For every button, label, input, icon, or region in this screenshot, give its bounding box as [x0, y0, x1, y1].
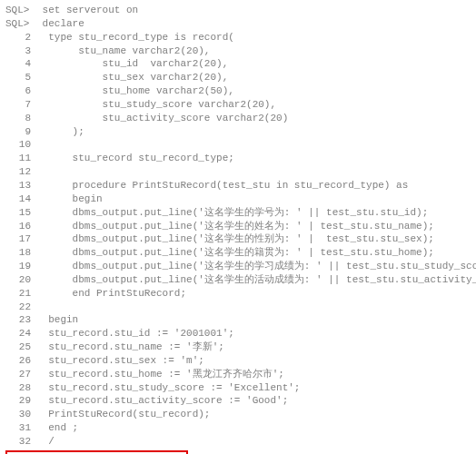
line-number: 9: [5, 125, 36, 139]
line-number: 31: [5, 421, 36, 435]
code-text: stu_record.stu_activity_score := 'Good';: [36, 394, 288, 408]
code-text: dbms_output.put_line('这名学生的性别为: ' | test…: [36, 232, 434, 246]
line-number: 19: [5, 260, 36, 273]
code-line: 6 stu_home varchar2(50),: [5, 84, 471, 98]
line-number: 14: [5, 192, 36, 206]
line-number: 2: [5, 31, 36, 44]
line-number: 3: [5, 44, 36, 58]
code-line: 5 stu_sex varchar2(20),: [5, 71, 471, 84]
code-text: dbms_output.put_line('这名学生的姓名为: ' | test…: [36, 220, 434, 233]
code-text: begin: [36, 192, 103, 206]
code-line: 21 end PrintStuRecord;: [5, 287, 471, 301]
line-number: 12: [5, 165, 36, 179]
line-number: 29: [5, 394, 36, 408]
code-line: 3 stu_name varchar2(20),: [5, 44, 471, 58]
code-line: 28 stu_record.stu_study_score := 'Excell…: [5, 381, 471, 395]
code-text: PrintStuRecord(stu_record);: [36, 408, 210, 421]
code-line: 25 stu_record.stu_name := '李新';: [5, 340, 471, 354]
code-line: 17 dbms_output.put_line('这名学生的性别为: ' | t…: [5, 232, 471, 246]
line-number: 4: [5, 57, 36, 71]
code-text: begin: [36, 313, 78, 327]
line-number: 15: [5, 206, 36, 220]
code-text: );: [36, 125, 84, 139]
code-text: type stu_record_type is record(: [36, 31, 234, 44]
code-text: stu_id varchar2(20),: [36, 57, 228, 71]
line-number: 18: [5, 246, 36, 260]
line-number: 7: [5, 98, 36, 112]
code-line: 7 stu_study_score varchar2(20),: [5, 98, 471, 112]
code-text: dbms_output.put_line('这名学生的活动成绩为: ' || t…: [36, 273, 476, 287]
code-text: stu_home varchar2(50),: [36, 84, 234, 98]
code-text: stu_study_score varchar2(20),: [36, 98, 276, 112]
code-text: dbms_output.put_line('这名学生的学号为: ' || tes…: [36, 206, 428, 220]
line-number: 8: [5, 112, 36, 125]
line-number: 22: [5, 301, 36, 314]
line-number: 26: [5, 354, 36, 368]
line-number: 23: [5, 313, 36, 327]
code-line: 9 );: [5, 125, 471, 139]
code-line: 32 /: [5, 435, 471, 449]
code-line: 11 stu_record stu_record_type;: [5, 152, 471, 165]
code-line: 31 end ;: [5, 421, 471, 435]
terminal-output: SQL> set serverout on SQL> declare 2 typ…: [5, 4, 471, 454]
code-line: 8 stu_activity_score varchar2(20): [5, 112, 471, 125]
code-line: 26 stu_record.stu_sex := 'm';: [5, 354, 471, 368]
code-text: stu_record.stu_sex := 'm';: [36, 354, 204, 368]
line-number: 32: [5, 435, 36, 449]
code-text: stu_record.stu_id := '2001001';: [36, 327, 234, 340]
code-line: SQL> set serverout on: [5, 4, 471, 17]
code-line: 14 begin: [5, 192, 471, 206]
sql-prompt: SQL>: [5, 4, 36, 17]
code-text: set serverout on: [36, 4, 138, 17]
code-line: 4 stu_id varchar2(20),: [5, 57, 471, 71]
code-line: 24 stu_record.stu_id := '2001001';: [5, 327, 471, 340]
code-line: 12: [5, 165, 471, 179]
code-text: dbms_output.put_line('这名学生的籍贯为: ' | test…: [36, 246, 434, 260]
code-line: 19 dbms_output.put_line('这名学生的学习成绩为: ' |…: [5, 260, 471, 273]
code-line: 18 dbms_output.put_line('这名学生的籍贯为: ' | t…: [5, 246, 471, 260]
line-number: 16: [5, 220, 36, 233]
code-line: 30 PrintStuRecord(stu_record);: [5, 408, 471, 421]
line-number: 10: [5, 138, 36, 152]
code-text: stu_record stu_record_type;: [36, 152, 234, 165]
line-number: 5: [5, 71, 36, 84]
code-line: 22: [5, 301, 471, 314]
code-text: procedure PrintStuRecord(test_stu in stu…: [36, 179, 408, 192]
code-text: stu_record.stu_study_score := 'Excellent…: [36, 381, 300, 395]
line-number: 28: [5, 381, 36, 395]
code-line: SQL> declare: [5, 17, 471, 31]
code-line: 23 begin: [5, 313, 471, 327]
code-line: 10: [5, 138, 471, 152]
code-text: end ;: [36, 421, 78, 435]
line-number: 13: [5, 179, 36, 192]
sql-prompt: SQL>: [5, 17, 36, 31]
code-line: 27 stu_record.stu_home := '黑龙江齐齐哈尔市';: [5, 368, 471, 381]
line-number: 17: [5, 232, 36, 246]
code-line: 15 dbms_output.put_line('这名学生的学号为: ' || …: [5, 206, 471, 220]
code-text: stu_record.stu_name := '李新';: [36, 340, 224, 354]
output-highlight-box: 这名学生的学号为: 2001001 这名学生的姓名为: 李新 这名学生的性别为:…: [5, 450, 188, 454]
line-number: 20: [5, 273, 36, 287]
line-number: 6: [5, 84, 36, 98]
line-number: 11: [5, 152, 36, 165]
code-text: stu_record.stu_home := '黑龙江齐齐哈尔市';: [36, 368, 284, 381]
code-line: 16 dbms_output.put_line('这名学生的姓名为: ' | t…: [5, 220, 471, 233]
code-line: 20 dbms_output.put_line('这名学生的活动成绩为: ' |…: [5, 273, 471, 287]
code-line: 13 procedure PrintStuRecord(test_stu in …: [5, 179, 471, 192]
code-text: end PrintStuRecord;: [36, 287, 186, 301]
code-text: /: [36, 435, 55, 449]
line-number: 25: [5, 340, 36, 354]
code-text: stu_activity_score varchar2(20): [36, 112, 288, 125]
code-text: declare: [36, 17, 84, 31]
line-number: 30: [5, 408, 36, 421]
code-line: 29 stu_record.stu_activity_score := 'Goo…: [5, 394, 471, 408]
line-number: 21: [5, 287, 36, 301]
code-line: 2 type stu_record_type is record(: [5, 31, 471, 44]
code-text: stu_sex varchar2(20),: [36, 71, 228, 84]
line-number: 24: [5, 327, 36, 340]
line-number: 27: [5, 368, 36, 381]
code-text: dbms_output.put_line('这名学生的学习成绩为: ' || t…: [36, 260, 476, 273]
code-text: stu_name varchar2(20),: [36, 44, 210, 58]
